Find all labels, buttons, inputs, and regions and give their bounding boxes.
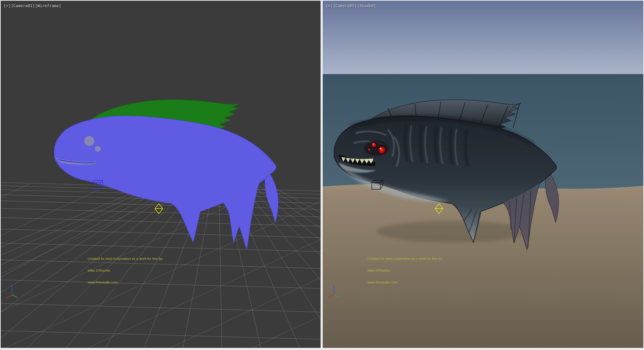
viewport-menu-shading[interactable]: [Wireframe] [35, 4, 61, 8]
viewport-label: [+][Camera01][Wireframe] [4, 4, 62, 8]
wireframe-scene [1, 1, 321, 348]
viewport-area: [+][Camera01][Wireframe] Created for Int… [0, 0, 644, 350]
shaded-scene [323, 1, 643, 348]
eye-highlight-1 [380, 148, 381, 149]
viewport-shaded[interactable]: [+][Camera01][Shaded] Created for Intel … [323, 1, 643, 348]
fish-shadow [377, 221, 527, 242]
viewport-menu-general[interactable]: [+] [4, 4, 11, 8]
fish-eye-medium [371, 142, 377, 148]
viewport-wireframe[interactable]: [+][Camera01][Wireframe] Created for Int… [1, 1, 321, 348]
axis-z-label: z [333, 284, 335, 288]
fish-eye-small [368, 148, 371, 151]
fish-eye-large [377, 146, 386, 154]
viewport-menu-camera[interactable]: [Camera01] [333, 4, 357, 8]
fish-eye-small-wireframe [95, 146, 101, 152]
viewport-menu-shading[interactable]: [Shaded] [357, 4, 376, 8]
eye-highlight-2 [372, 143, 374, 144]
fish-model-wireframe[interactable] [54, 100, 278, 250]
fish-eye-large-wireframe [84, 136, 94, 146]
world-axis-tripod: z [4, 284, 19, 301]
viewport-label: [+][Camera01][Shaded] [326, 4, 376, 8]
viewport-menu-camera[interactable]: [Camera01] [11, 4, 35, 8]
axis-z-label: z [11, 284, 13, 288]
sky [323, 1, 643, 74]
viewport-menu-general[interactable]: [+] [326, 4, 333, 8]
world-axis-tripod: z [326, 284, 341, 301]
